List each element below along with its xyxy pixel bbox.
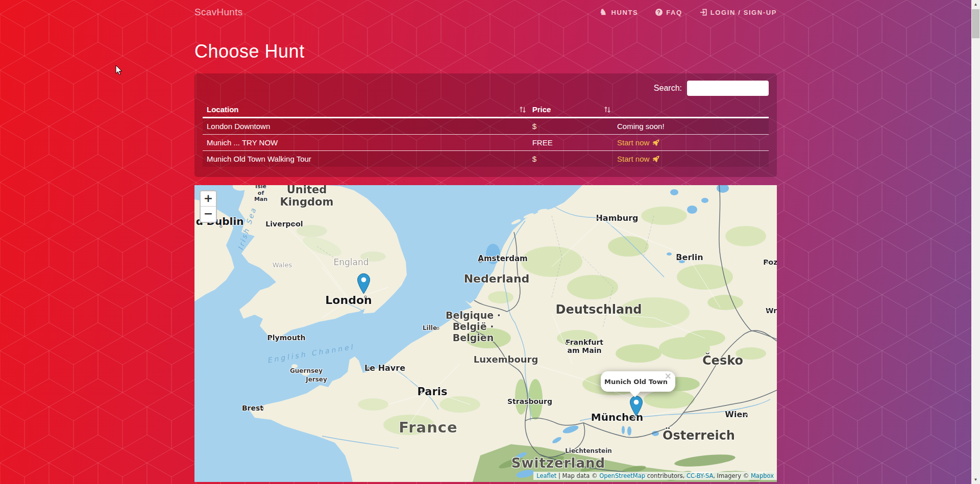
- hunt-action-cell: Coming soon!: [613, 118, 769, 135]
- map-pin-icon[interactable]: [357, 273, 370, 294]
- hunt-price-cell: $: [528, 151, 613, 167]
- table-row: Munich ... TRY NOWFREEStart now: [203, 135, 769, 151]
- city-dot: [364, 296, 367, 298]
- search-label: Search:: [654, 84, 682, 93]
- city-dot: [597, 217, 600, 220]
- city-dot: [269, 337, 272, 340]
- scrollbar-down-arrow[interactable]: ▼: [971, 475, 980, 484]
- map-popup: Munich Old Town ×: [601, 371, 675, 392]
- city-dot: [293, 223, 296, 226]
- nav-item-label: Hunts: [611, 9, 639, 16]
- hunt-table-header-row: Location Price: [203, 102, 769, 118]
- nav-item-label: FAQ: [666, 9, 682, 16]
- hunt-table: Location Price: [203, 102, 769, 167]
- sort-icon: [519, 106, 526, 113]
- hunt-table-panel: Search: Location: [194, 73, 777, 177]
- hunt-action-cell: Start now: [613, 135, 769, 151]
- knight-icon: ♞: [600, 8, 608, 16]
- coming-soon-text: Coming soon!: [617, 122, 665, 131]
- leaflet-map[interactable]: United KingdomIsle of MandDublinLiverpoo…: [194, 185, 777, 482]
- nav-item-login[interactable]: Login / Sign-up: [700, 9, 777, 16]
- scrollbar-thumb[interactable]: [972, 9, 979, 38]
- attribution-link[interactable]: Mapbox: [751, 472, 774, 479]
- attribution-link[interactable]: CC-BY-SA: [687, 472, 713, 479]
- column-header-location[interactable]: Location: [203, 102, 528, 118]
- search-row: Search:: [203, 81, 769, 96]
- city-dot: [261, 407, 264, 410]
- city-dot: [220, 225, 223, 228]
- city-dot: [677, 257, 680, 259]
- start-now-link[interactable]: Start now: [617, 155, 659, 163]
- hunt-location-cell: London Downtown: [203, 118, 528, 135]
- map-pin-icon[interactable]: [630, 396, 643, 417]
- price-free: FREE: [532, 138, 553, 147]
- sort-icon: [604, 106, 611, 113]
- attribution-text: , Imagery ©: [713, 472, 751, 479]
- attribution-text: | Map data ©: [556, 472, 599, 479]
- table-row: London Downtown$Coming soon!: [203, 118, 769, 135]
- attribution-link[interactable]: Leaflet: [536, 472, 556, 479]
- popup-title: Munich Old Town: [604, 378, 672, 386]
- map-attribution: Leaflet | Map data © OpenStreetMap contr…: [533, 472, 777, 480]
- city-dot: [479, 261, 482, 263]
- city-dot: [368, 367, 370, 370]
- hunt-location-cell: Munich Old Town Walking Tour: [203, 151, 528, 167]
- start-now-link[interactable]: Start now: [617, 138, 659, 147]
- navbar: ScavHunts ♞ Hunts ? FAQ: [0, 0, 971, 24]
- hunt-action-cell: Start now: [613, 151, 769, 167]
- hunt-location-cell: Munich ... TRY NOW: [203, 135, 528, 151]
- nav-links: ♞ Hunts ? FAQ Login / Sign-up: [600, 8, 777, 16]
- city-dot: [766, 261, 769, 264]
- attribution-link[interactable]: OpenStreetMap: [599, 472, 645, 479]
- column-header-actions: [613, 102, 769, 118]
- hunt-table-body: London Downtown$Coming soon!Munich ... T…: [203, 118, 769, 167]
- nav-item-label: Login / Sign-up: [710, 9, 777, 16]
- city-dot: [421, 391, 423, 394]
- hunt-price-cell: FREE: [528, 135, 613, 151]
- city-dot: [767, 310, 770, 312]
- table-row: Munich Old Town Walking Tour$Start now: [203, 151, 769, 167]
- question-circle-icon: ?: [655, 9, 663, 16]
- nav-item-hunts[interactable]: ♞ Hunts: [600, 8, 639, 16]
- popup-tail: [629, 391, 641, 397]
- brand-link[interactable]: ScavHunts: [194, 7, 243, 18]
- map-zoom-control: + −: [200, 190, 217, 223]
- page-title: Choose Hunt: [194, 41, 777, 62]
- column-label: Location: [207, 105, 239, 114]
- zoom-in-button[interactable]: +: [201, 191, 216, 207]
- nav-item-faq[interactable]: ? FAQ: [655, 9, 682, 16]
- rocket-icon: [652, 156, 659, 163]
- attribution-text: contributors,: [645, 472, 687, 479]
- city-dot: [745, 414, 748, 416]
- sign-in-icon: [700, 9, 707, 16]
- hunt-price-cell: $: [528, 118, 613, 135]
- column-label: Price: [532, 105, 551, 114]
- popup-close-button[interactable]: ×: [665, 372, 672, 380]
- page: ScavHunts ♞ Hunts ? FAQ: [0, 0, 980, 484]
- zoom-out-button[interactable]: −: [201, 207, 216, 222]
- basemap: [194, 185, 777, 482]
- search-input[interactable]: [687, 81, 769, 96]
- column-header-price[interactable]: Price: [528, 102, 613, 118]
- scrollbar-up-arrow[interactable]: ▲: [971, 0, 980, 9]
- city-dot: [566, 342, 568, 345]
- rocket-icon: [652, 139, 659, 146]
- city-dot: [437, 327, 439, 330]
- scrollbar[interactable]: ▲ ▼: [971, 0, 980, 484]
